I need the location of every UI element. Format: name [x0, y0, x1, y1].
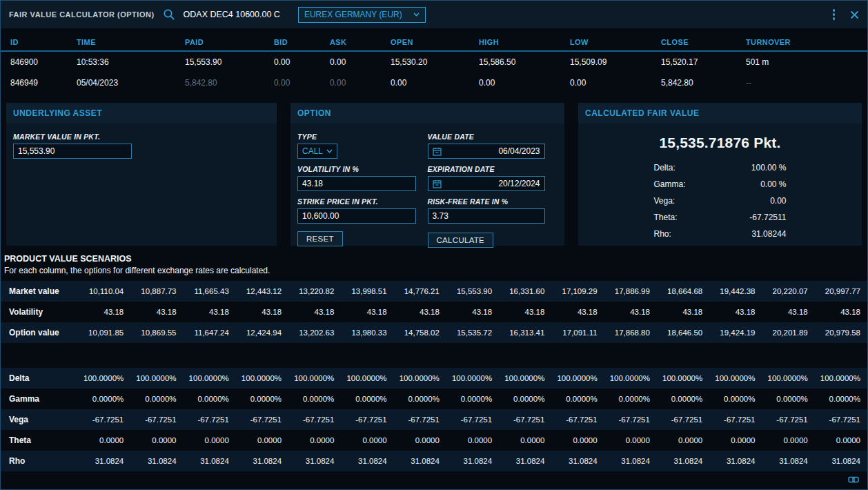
column-header: PAID: [185, 38, 274, 46]
reset-button[interactable]: RESET: [297, 231, 343, 246]
scenario-cell: 100.0000%: [78, 374, 130, 382]
scenario-cell: 16,331.60: [499, 287, 551, 295]
scenario-cell: 20,201.89: [762, 329, 814, 337]
scenario-cell: 0.0000: [288, 436, 341, 444]
scenario-cell: 31.0824: [394, 457, 446, 465]
scenario-cell: 31.0824: [184, 457, 236, 465]
risk-free-rate-label: RISK-FREE RATE IN %: [428, 197, 558, 206]
calendar-icon: [433, 179, 442, 188]
cell-id: 846900: [10, 57, 77, 67]
scenario-cell: 31.0824: [657, 457, 709, 465]
scenario-cell: 11,665.43: [184, 287, 236, 295]
scenario-cell: 0.0000%: [815, 395, 867, 403]
scenario-cell: 100.0000%: [657, 374, 709, 382]
scenario-cell: 31.0824: [551, 457, 604, 465]
cell-bid: 0.00: [274, 57, 330, 67]
expiration-date-value: 20/12/2024: [498, 179, 540, 188]
scenario-cell: 31.0824: [709, 457, 762, 465]
market-value-input[interactable]: [13, 144, 132, 159]
cell-close: 5,842.80: [661, 78, 746, 88]
scenario-cell: 20,997.77: [815, 287, 867, 295]
scenario-cell: 100.0000%: [130, 374, 183, 382]
scenario-cell: 0.0000%: [762, 395, 814, 403]
scenario-cell: -67.7251: [657, 415, 709, 424]
scenario-cell: 100.0000%: [709, 374, 762, 382]
scenario-cell: 0.0000: [184, 436, 236, 444]
scenario-cell: 31.0824: [78, 457, 130, 465]
risk-free-rate-input[interactable]: [428, 208, 545, 224]
cell-ask: 0.00: [330, 57, 391, 67]
row-values: 100.0000%100.0000%100.0000%100.0000%100.…: [78, 368, 867, 389]
scenario-cell: -67.7251: [341, 415, 393, 424]
greek-value: 0.00 %: [760, 179, 786, 189]
scenario-cell: 43.18: [499, 308, 551, 316]
scenarios-subtitle: For each column, the options for differe…: [1, 266, 867, 275]
scenario-cell: 43.18: [762, 308, 814, 316]
table-row: Option value 10,091.8510,869.5511,647.24…: [1, 322, 867, 343]
scenario-cell: 0.0000: [709, 436, 762, 444]
scenario-cell: 0.0000%: [657, 395, 709, 403]
greek-row: Delta: 100.00 %: [654, 159, 787, 176]
option-right-column: VALUE DATE 06/04/2023 EXPIRATION DATE 20…: [428, 126, 558, 248]
greek-label: Vega:: [654, 196, 675, 206]
fair-value-calculator-window: FAIR VALUE CALCULATOR (OPTION) ODAX DEC4…: [0, 0, 868, 490]
column-header: HIGH: [479, 38, 570, 46]
scenario-cell: 13,220.82: [288, 287, 341, 295]
greek-row: Gamma: 0.00 %: [654, 176, 787, 193]
row-label: Rho: [1, 456, 78, 466]
table-row: Volatility 43.1843.1843.1843.1843.1843.1…: [1, 302, 867, 322]
greek-value: 31.08244: [751, 229, 786, 239]
scenario-cell: 31.0824: [288, 457, 341, 465]
scenario-cell: 15,535.72: [446, 329, 499, 337]
scenario-cell: 100.0000%: [604, 374, 657, 382]
greek-label: Rho:: [654, 229, 671, 239]
greek-value: 0.00: [770, 196, 786, 206]
type-select[interactable]: CALL: [297, 144, 337, 159]
row-values: 0.0000%0.0000%0.0000%0.0000%0.0000%0.000…: [78, 389, 867, 409]
expiration-date-input[interactable]: 20/12/2024: [428, 176, 545, 191]
table-row[interactable]: 846949 05/04/2023 5,842.80 0.00 0.00 0.0…: [1, 72, 867, 93]
scenario-cell: 0.0000: [78, 436, 130, 444]
scenario-cell: 0.0000: [394, 436, 446, 444]
exchange-select[interactable]: EUREX GERMANY (EUR): [298, 7, 426, 23]
cell-low: 0.00: [570, 78, 661, 88]
volatility-input[interactable]: [297, 176, 416, 191]
scenario-cell: -67.7251: [815, 415, 867, 424]
scenario-cell: 19,442.38: [709, 287, 762, 295]
scenario-cell: 0.0000: [499, 436, 551, 444]
scenario-cell: 31.0824: [341, 457, 393, 465]
instrument-name: ODAX DEC4 10600.00 C: [184, 10, 280, 19]
search-icon[interactable]: [163, 8, 175, 21]
scenario-cell: 17,868.80: [604, 329, 657, 337]
close-icon[interactable]: [850, 10, 859, 19]
scenario-cell: 0.0000: [657, 436, 709, 444]
scenario-cell: 10,887.73: [130, 287, 183, 295]
scenario-cell: 0.0000%: [446, 395, 499, 403]
scenario-cell: 19,424.19: [709, 329, 762, 337]
volatility-label: VOLATILITY IN %: [297, 165, 428, 173]
scenario-cell: 100.0000%: [236, 374, 288, 382]
chevron-down-icon: [413, 12, 420, 17]
table-row[interactable]: 846900 10:53:36 15,553.90 0.00 0.00 15,5…: [1, 52, 867, 72]
calculate-button[interactable]: CALCULATE: [428, 233, 494, 248]
value-date-input[interactable]: 06/04/2023: [428, 144, 545, 159]
kebab-menu-icon[interactable]: [831, 8, 837, 21]
scenarios-title: PRODUCT VALUE SCENARIOS: [1, 254, 867, 264]
cell-high: 0.00: [479, 78, 570, 88]
scenario-cell: 31.0824: [762, 457, 814, 465]
scenario-cell: -67.7251: [394, 415, 446, 424]
scenario-cell: 20,979.58: [815, 329, 867, 337]
column-header: LOW: [570, 38, 661, 46]
scenario-cell: 14,776.21: [394, 287, 446, 295]
greek-row: Vega: 0.00: [654, 193, 787, 209]
scenario-cell: 0.0000: [551, 436, 604, 444]
scenario-cell: 31.0824: [815, 457, 867, 465]
cell-turnover: --: [746, 78, 867, 88]
scenario-cell: 100.0000%: [446, 374, 499, 382]
row-label: Option value: [1, 328, 78, 337]
greek-value: 100.00 %: [751, 163, 787, 173]
strike-input[interactable]: [297, 208, 416, 224]
link-icon[interactable]: [848, 476, 859, 484]
column-header: TIME: [77, 38, 185, 46]
scenario-cell: 0.0000%: [130, 395, 183, 403]
